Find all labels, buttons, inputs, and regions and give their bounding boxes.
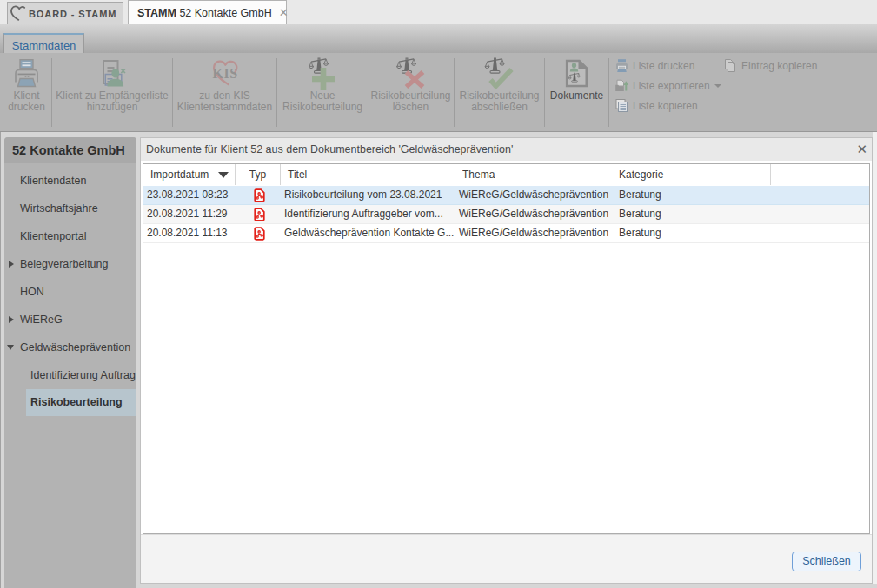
svg-text:KIS: KIS [212, 66, 237, 81]
